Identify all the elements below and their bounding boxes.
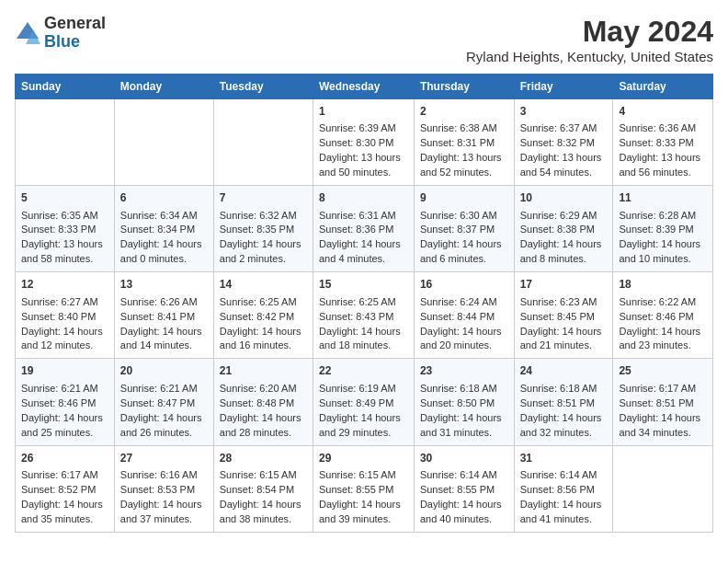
day-number: 27 (120, 451, 208, 466)
day-number: 9 (420, 190, 508, 206)
cell-content-line: Daylight: 14 hours (520, 499, 602, 510)
cell-content-line: Sunset: 8:39 PM (619, 224, 693, 235)
calendar-cell: 25Sunrise: 6:17 AMSunset: 8:51 PMDayligh… (613, 359, 713, 445)
cell-content-line: Daylight: 14 hours (619, 238, 700, 249)
cell-content-line: Sunset: 8:45 PM (520, 311, 595, 322)
cell-content-line: Sunrise: 6:38 AM (420, 122, 497, 133)
calendar-cell: 30Sunrise: 6:14 AMSunset: 8:55 PMDayligh… (414, 445, 514, 532)
cell-content-line: Daylight: 13 hours (319, 152, 401, 163)
cell-content-line: and 0 minutes. (120, 253, 187, 264)
day-number: 24 (520, 363, 608, 379)
cell-content-line: Sunrise: 6:20 AM (220, 383, 297, 394)
cell-content-line: Sunrise: 6:28 AM (619, 210, 696, 221)
cell-content-line: Sunrise: 6:29 AM (520, 210, 597, 221)
calendar-cell: 13Sunrise: 6:26 AMSunset: 8:41 PMDayligh… (114, 272, 213, 359)
cell-content-line: Daylight: 14 hours (619, 326, 700, 337)
cell-content-line: Daylight: 14 hours (220, 499, 301, 510)
cell-content-line: Sunset: 8:35 PM (220, 224, 294, 235)
logo-general: General (44, 15, 106, 33)
day-number: 29 (319, 451, 408, 466)
header-sunday: Sunday (16, 75, 115, 99)
cell-content-line: Sunrise: 6:15 AM (220, 469, 297, 480)
cell-content-line: Sunrise: 6:19 AM (319, 383, 396, 394)
cell-content-line: Daylight: 14 hours (220, 326, 301, 337)
cell-content-line: and 8 minutes. (520, 253, 586, 264)
day-number: 7 (220, 190, 307, 206)
calendar-cell (16, 99, 115, 186)
cell-content-line: and 56 minutes. (619, 167, 690, 178)
cell-content-line: Sunrise: 6:18 AM (420, 383, 497, 394)
cell-content-line: Daylight: 14 hours (420, 412, 502, 423)
day-number: 22 (319, 363, 408, 379)
header-row: SundayMondayTuesdayWednesdayThursdayFrid… (16, 75, 713, 99)
calendar-cell: 14Sunrise: 6:25 AMSunset: 8:42 PMDayligh… (213, 272, 313, 359)
calendar-cell: 21Sunrise: 6:20 AMSunset: 8:48 PMDayligh… (213, 359, 313, 445)
calendar-cell (213, 99, 313, 186)
cell-content-line: Sunset: 8:34 PM (120, 224, 195, 235)
cell-content-line: Daylight: 14 hours (520, 238, 602, 249)
calendar-cell: 15Sunrise: 6:25 AMSunset: 8:43 PMDayligh… (313, 272, 414, 359)
cell-content-line: and 12 minutes. (21, 339, 93, 350)
cell-content-line: Daylight: 14 hours (520, 326, 602, 337)
cell-content-line: Sunset: 8:55 PM (319, 484, 393, 495)
day-number: 10 (520, 190, 608, 206)
cell-content-line: and 32 minutes. (520, 427, 592, 438)
calendar-cell: 3Sunrise: 6:37 AMSunset: 8:32 PMDaylight… (514, 99, 613, 186)
cell-content-line: Sunset: 8:55 PM (420, 484, 495, 495)
header-monday: Monday (114, 75, 213, 99)
cell-content-line: Sunrise: 6:37 AM (520, 122, 597, 133)
day-number: 23 (420, 363, 508, 379)
day-number: 28 (220, 451, 307, 466)
cell-content-line: Sunset: 8:51 PM (520, 397, 595, 408)
cell-content-line: Sunset: 8:46 PM (21, 397, 96, 408)
day-number: 17 (520, 277, 608, 293)
cell-content-line: and 23 minutes. (619, 339, 690, 350)
cell-content-line: Sunrise: 6:39 AM (319, 122, 396, 133)
cell-content-line: and 54 minutes. (520, 167, 592, 178)
calendar-cell: 18Sunrise: 6:22 AMSunset: 8:46 PMDayligh… (613, 272, 713, 359)
cell-content-line: Sunset: 8:33 PM (21, 224, 96, 235)
calendar-cell: 2Sunrise: 6:38 AMSunset: 8:31 PMDaylight… (414, 99, 514, 186)
cell-content-line: and 39 minutes. (319, 513, 391, 524)
page-header: General Blue May 2024 Ryland Heights, Ke… (15, 15, 713, 64)
cell-content-line: Sunset: 8:44 PM (420, 311, 495, 322)
day-number: 5 (21, 190, 108, 206)
calendar-cell: 23Sunrise: 6:18 AMSunset: 8:50 PMDayligh… (414, 359, 514, 445)
header-friday: Friday (514, 75, 613, 99)
cell-content-line: Sunrise: 6:14 AM (520, 469, 597, 480)
week-row-0: 1Sunrise: 6:39 AMSunset: 8:30 PMDaylight… (16, 99, 713, 186)
calendar-cell: 19Sunrise: 6:21 AMSunset: 8:46 PMDayligh… (16, 359, 115, 445)
header-wednesday: Wednesday (313, 75, 414, 99)
cell-content-line: and 38 minutes. (220, 513, 291, 524)
cell-content-line: and 26 minutes. (120, 427, 192, 438)
title-block: May 2024 Ryland Heights, Kentucky, Unite… (466, 15, 713, 64)
cell-content-line: Sunset: 8:30 PM (319, 137, 393, 148)
calendar-cell: 5Sunrise: 6:35 AMSunset: 8:33 PMDaylight… (16, 186, 115, 272)
calendar-cell: 17Sunrise: 6:23 AMSunset: 8:45 PMDayligh… (514, 272, 613, 359)
day-number: 15 (319, 277, 408, 293)
cell-content-line: Daylight: 14 hours (220, 412, 301, 423)
cell-content-line: Daylight: 14 hours (21, 412, 103, 423)
main-title: May 2024 (466, 15, 713, 49)
day-number: 1 (319, 104, 408, 120)
calendar-cell: 28Sunrise: 6:15 AMSunset: 8:54 PMDayligh… (213, 445, 313, 532)
cell-content-line: and 52 minutes. (420, 167, 492, 178)
calendar-cell: 8Sunrise: 6:31 AMSunset: 8:36 PMDaylight… (313, 186, 414, 272)
cell-content-line: Daylight: 14 hours (420, 326, 502, 337)
cell-content-line: Daylight: 14 hours (420, 238, 502, 249)
cell-content-line: Sunset: 8:54 PM (220, 484, 294, 495)
header-thursday: Thursday (414, 75, 514, 99)
cell-content-line: Daylight: 14 hours (619, 412, 700, 423)
calendar-cell: 9Sunrise: 6:30 AMSunset: 8:37 PMDaylight… (414, 186, 514, 272)
calendar-cell: 27Sunrise: 6:16 AMSunset: 8:53 PMDayligh… (114, 445, 213, 532)
cell-content-line: and 25 minutes. (21, 427, 93, 438)
cell-content-line: and 34 minutes. (619, 427, 690, 438)
cell-content-line: Sunset: 8:32 PM (520, 137, 595, 148)
day-number: 21 (220, 363, 307, 379)
cell-content-line: Sunset: 8:31 PM (420, 137, 495, 148)
day-number: 31 (520, 451, 608, 466)
calendar-cell: 12Sunrise: 6:27 AMSunset: 8:40 PMDayligh… (16, 272, 115, 359)
cell-content-line: Sunrise: 6:16 AM (120, 469, 198, 480)
cell-content-line: and 37 minutes. (120, 513, 192, 524)
day-number: 11 (619, 190, 707, 206)
